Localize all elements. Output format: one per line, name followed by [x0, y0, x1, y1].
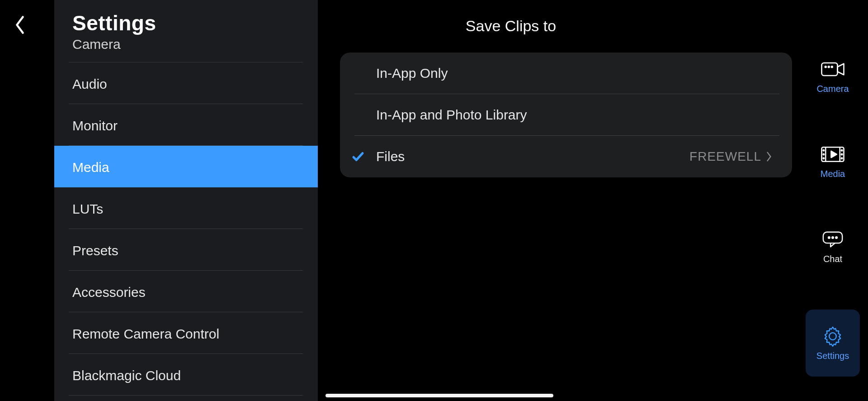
sidebar-item-label: Remote Camera Control	[72, 313, 219, 355]
sidebar-item-remote-camera-control[interactable]: Remote Camera Control	[54, 312, 318, 354]
rail-settings[interactable]: Settings	[806, 310, 860, 377]
rail-label: Camera	[816, 84, 849, 94]
save-clips-options: In-App OnlyIn-App and Photo LibraryFiles…	[340, 53, 792, 177]
sidebar-item-label: Monitor	[72, 105, 118, 147]
sidebar-item-label: Blackmagic Cloud	[72, 355, 181, 396]
svg-point-10	[823, 158, 824, 158]
check-icon	[340, 150, 376, 163]
option-label: In-App and Photo Library	[376, 107, 792, 123]
option-label: In-App Only	[376, 66, 792, 81]
settings-list: CameraAudioMonitorMediaLUTsPresetsAccess…	[54, 44, 318, 396]
svg-point-13	[841, 158, 842, 158]
svg-point-12	[841, 153, 842, 154]
divider	[69, 395, 303, 396]
svg-point-15	[828, 237, 830, 239]
rail-label: Chat	[823, 254, 842, 264]
chevron-right-icon	[766, 151, 784, 162]
svg-rect-0	[822, 63, 838, 76]
svg-point-16	[832, 237, 834, 239]
svg-point-2	[828, 66, 830, 67]
sidebar-item-accessories[interactable]: Accessories	[54, 271, 318, 312]
chevron-left-icon	[14, 15, 33, 35]
option-label: Files	[376, 149, 689, 164]
right-rail: CameraMediaChatSettings	[806, 54, 860, 377]
sidebar-item-label: LUTs	[72, 188, 103, 230]
settings-title: Settings	[72, 11, 156, 35]
svg-point-9	[823, 153, 824, 154]
option-value: FREEWELL	[689, 149, 761, 164]
sidebar-item-label: Accessories	[72, 272, 146, 313]
rail-label: Settings	[816, 351, 849, 361]
settings-sidebar: Settings CameraAudioMonitorMediaLUTsPres…	[54, 0, 318, 401]
chat-icon	[821, 229, 844, 250]
sidebar-item-blackmagic-cloud[interactable]: Blackmagic Cloud	[54, 354, 318, 396]
option-files[interactable]: FilesFREEWELL	[340, 136, 792, 177]
svg-marker-7	[831, 151, 837, 158]
camera-icon	[820, 58, 845, 80]
sidebar-item-label: Camera	[72, 39, 121, 50]
svg-point-18	[829, 333, 836, 340]
sidebar-item-label: Presets	[72, 230, 118, 272]
svg-point-17	[835, 237, 837, 239]
media-icon	[820, 143, 845, 165]
sidebar-item-luts[interactable]: LUTs	[54, 187, 318, 229]
svg-point-8	[823, 150, 824, 151]
option-in-app-only[interactable]: In-App Only	[340, 53, 792, 94]
rail-chat[interactable]: Chat	[806, 224, 860, 268]
svg-point-11	[841, 150, 842, 151]
option-in-app-and-photo-library[interactable]: In-App and Photo Library	[340, 94, 792, 136]
rail-label: Media	[821, 169, 845, 179]
rail-media[interactable]: Media	[806, 139, 860, 183]
svg-point-1	[825, 66, 826, 67]
settings-icon	[821, 325, 844, 347]
sidebar-item-media[interactable]: Media	[54, 146, 318, 187]
sidebar-item-presets[interactable]: Presets	[54, 229, 318, 271]
sidebar-item-label: Audio	[72, 63, 107, 105]
svg-point-3	[831, 66, 833, 67]
sidebar-item-label: Media	[72, 147, 109, 188]
rail-camera[interactable]: Camera	[806, 54, 860, 98]
sidebar-item-camera[interactable]: Camera	[54, 44, 318, 62]
home-indicator	[326, 394, 553, 397]
sidebar-item-monitor[interactable]: Monitor	[54, 104, 318, 146]
back-button[interactable]	[14, 15, 33, 35]
sidebar-item-audio[interactable]: Audio	[54, 62, 318, 104]
detail-title: Save Clips to	[335, 17, 687, 35]
screen: Settings CameraAudioMonitorMediaLUTsPres…	[0, 0, 868, 401]
